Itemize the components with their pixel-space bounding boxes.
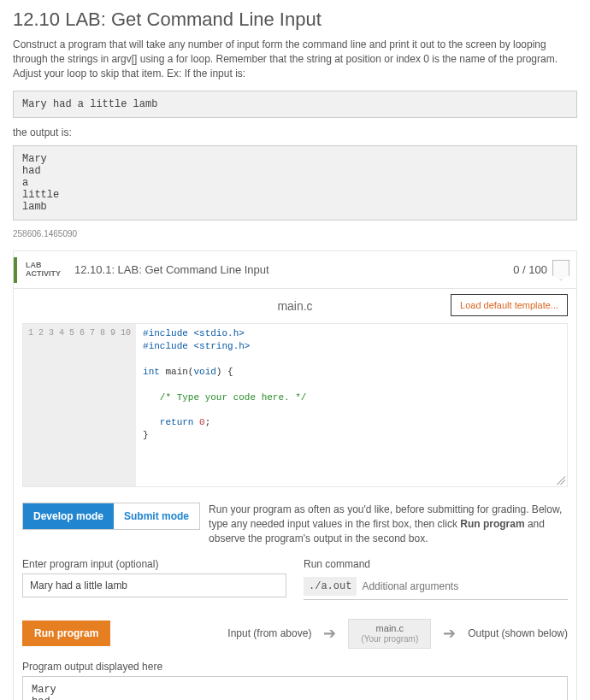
lab-activity-title: 12.10.1: LAB: Get Command Line Input — [69, 263, 513, 276]
program-input-field[interactable] — [22, 574, 286, 597]
program-stage-box: main.c (Your program) — [348, 619, 431, 649]
lab-score: 0 / 100 — [513, 263, 552, 276]
code-token: main( — [160, 367, 194, 377]
resize-handle-icon[interactable] — [557, 476, 565, 485]
example-input-box: Mary had a little lamb — [13, 91, 577, 118]
mode-tabs: Develop mode Submit mode — [22, 503, 200, 530]
code-token: #include — [143, 341, 188, 351]
arrow-right-icon: ➔ — [323, 624, 336, 643]
run-command-fixed: ./a.out — [304, 577, 357, 596]
code-token: int — [143, 367, 160, 377]
output-is-label: the output is: — [0, 125, 590, 142]
run-command-label: Run command — [304, 558, 568, 570]
code-token: ) { — [216, 367, 233, 377]
code-token: void — [193, 367, 215, 377]
lab-header: LAB ACTIVITY 12.10.1: LAB: Get Command L… — [14, 251, 576, 289]
run-command-box: ./a.out — [304, 574, 568, 600]
code-token: #include — [143, 328, 188, 338]
code-editor[interactable]: 1 2 3 4 5 6 7 8 9 10 #include <stdio.h> … — [22, 323, 568, 487]
stage-sub: (Your program) — [361, 634, 418, 644]
code-token: 0 — [199, 417, 205, 427]
code-token: ; — [205, 417, 211, 427]
file-name: main.c — [277, 299, 312, 313]
file-bar: main.c Load default template... — [14, 289, 576, 323]
code-token: <string.h> — [188, 341, 251, 351]
load-default-template-button[interactable]: Load default template... — [451, 294, 568, 316]
page-title: 12.10 LAB: Get Command Line Input — [0, 0, 590, 38]
lab-instructions: Construct a program that will take any n… — [0, 38, 590, 87]
tab-develop-mode[interactable]: Develop mode — [23, 503, 114, 529]
lab-flag-line2: ACTIVITY — [26, 270, 61, 279]
score-shield-icon — [552, 260, 569, 280]
lab-activity-flag: LAB ACTIVITY — [14, 257, 69, 283]
code-token: } — [143, 430, 149, 440]
exec-row: Run program Input (from above) ➔ main.c … — [14, 603, 576, 656]
mode-description: Run your program as often as you'd like,… — [209, 503, 568, 545]
code-token: return — [160, 417, 194, 427]
code-token: /* Type your code here. */ — [143, 392, 306, 403]
input-from-above-label: Input (from above) — [227, 627, 311, 639]
code-token — [143, 417, 160, 427]
run-command-col: Run command ./a.out — [304, 558, 568, 600]
program-input-col: Enter program input (optional) — [22, 558, 286, 600]
output-shown-below-label: Output (shown below) — [468, 627, 568, 639]
example-output-box: Mary had a little lamb — [13, 145, 577, 221]
arrow-right-icon: ➔ — [443, 624, 456, 643]
mode-row: Develop mode Submit mode Run your progra… — [14, 487, 576, 550]
run-program-button[interactable]: Run program — [22, 621, 110, 646]
program-output-label: Program output displayed here — [14, 656, 576, 676]
code-area[interactable]: #include <stdio.h> #include <string.h> i… — [136, 324, 567, 486]
lab-panel: LAB ACTIVITY 12.10.1: LAB: Get Command L… — [13, 250, 577, 700]
tab-submit-mode[interactable]: Submit mode — [114, 503, 199, 529]
program-input-label: Enter program input (optional) — [22, 558, 286, 570]
stage-main: main.c — [361, 623, 418, 634]
resource-id: 258606.1465090 — [0, 227, 590, 250]
code-token: <stdio.h> — [188, 328, 245, 338]
run-command-args-field[interactable] — [357, 577, 568, 596]
line-gutter: 1 2 3 4 5 6 7 8 9 10 — [23, 324, 136, 486]
program-output-box: Mary had a little lam — [22, 676, 568, 700]
mode-desc-bold: Run program — [460, 518, 524, 530]
io-row: Enter program input (optional) Run comma… — [14, 551, 576, 603]
